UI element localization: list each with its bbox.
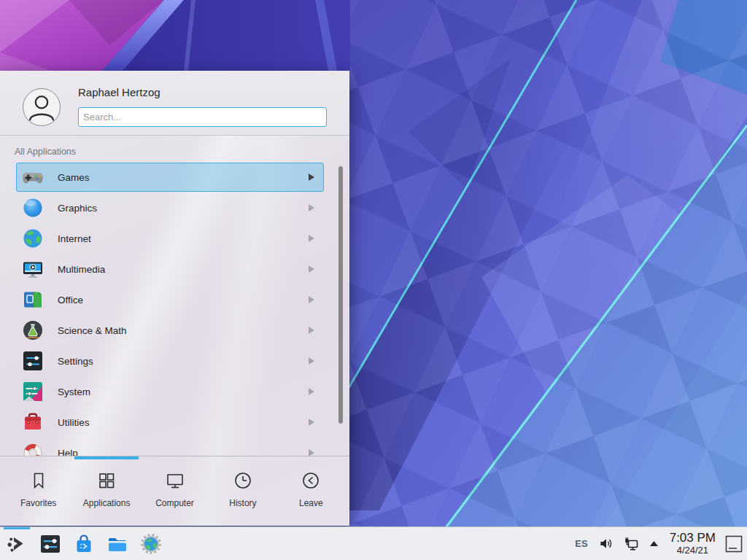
file-manager-launcher[interactable] — [101, 527, 134, 560]
tab-label: History — [229, 498, 256, 508]
category-item-internet[interactable]: Internet — [16, 224, 324, 253]
tab-history[interactable]: History — [209, 456, 276, 526]
keyboard-layout-indicator[interactable]: ES — [570, 538, 592, 549]
clock-icon — [233, 470, 253, 491]
system-tray: ES — [570, 529, 747, 559]
app-launcher-button[interactable] — [0, 527, 34, 560]
volume-icon — [598, 536, 614, 551]
taskbar-panel: ES — [0, 526, 747, 560]
category-item-multimedia[interactable]: Multimedia — [16, 254, 324, 284]
category-list: Games Graphics — [16, 163, 324, 456]
category-label: Office — [58, 295, 309, 306]
file-manager-icon — [106, 532, 129, 556]
discover-icon — [72, 532, 96, 556]
category-item-office[interactable]: Office — [16, 285, 324, 314]
monitor-icon — [165, 470, 185, 491]
network-tray-item[interactable] — [619, 536, 645, 552]
clock-time: 7:03 PM — [670, 532, 716, 545]
submenu-arrow-icon — [309, 388, 314, 395]
application-launcher-menu: Raphael Hertzog All Applications Games — [0, 71, 349, 526]
network-icon — [624, 536, 640, 552]
digital-clock[interactable]: 7:03 PM 4/24/21 — [670, 532, 716, 555]
toolbox-icon — [21, 411, 44, 434]
category-label: Utilities — [58, 417, 309, 428]
lifering-icon — [21, 441, 44, 456]
globe-icon — [21, 227, 44, 250]
submenu-arrow-icon — [309, 204, 314, 211]
category-label: Multimedia — [58, 264, 309, 275]
grid-icon — [96, 470, 117, 491]
category-label: Settings — [58, 356, 309, 367]
clock-date: 4/24/21 — [670, 545, 716, 556]
tab-label: Applications — [83, 498, 131, 508]
tray-expander[interactable] — [645, 541, 663, 547]
desktop: Raphael Hertzog All Applications Games — [0, 0, 747, 560]
submenu-arrow-icon — [309, 174, 314, 181]
system-icon — [21, 380, 44, 403]
tab-favorites[interactable]: Favorites — [4, 456, 72, 526]
tab-applications[interactable]: Applications — [72, 456, 140, 526]
section-label: All Applications — [15, 147, 76, 157]
submenu-arrow-icon — [309, 265, 314, 273]
category-item-utilities[interactable]: Utilities — [16, 408, 324, 437]
submenu-arrow-icon — [309, 419, 314, 426]
web-browser-launcher[interactable] — [134, 527, 168, 560]
user-name: Raphael Hertzog — [78, 86, 160, 98]
web-browser-icon — [139, 532, 163, 556]
search-input[interactable] — [78, 107, 327, 127]
tab-computer[interactable]: Computer — [141, 456, 209, 526]
tab-label: Favorites — [20, 498, 56, 508]
category-label: System — [58, 386, 309, 397]
category-label: Science & Math — [58, 325, 309, 336]
bookmark-icon — [28, 470, 49, 491]
submenu-arrow-icon — [309, 449, 314, 456]
multimedia-icon — [21, 257, 44, 281]
system-settings-icon — [39, 532, 62, 556]
submenu-arrow-icon — [309, 296, 314, 303]
list-scrollbar[interactable] — [338, 166, 343, 424]
show-desktop-icon — [724, 534, 743, 553]
launcher-tab-bar: Favorites Applications Computer — [0, 456, 349, 526]
leave-icon — [301, 470, 321, 491]
volume-tray-item[interactable] — [593, 536, 619, 551]
office-icon — [21, 288, 44, 311]
category-label: Graphics — [58, 203, 309, 214]
sliders-icon — [21, 349, 44, 373]
gamepad-icon — [21, 166, 44, 189]
discover-launcher[interactable] — [67, 527, 101, 560]
submenu-arrow-icon — [309, 357, 314, 365]
tab-label: Computer — [155, 498, 194, 508]
submenu-arrow-icon — [309, 235, 314, 242]
sphere-icon — [21, 196, 44, 219]
show-desktop-button[interactable] — [722, 529, 746, 559]
launcher-header: Raphael Hertzog — [0, 71, 349, 136]
system-settings-launcher[interactable] — [34, 527, 67, 560]
tab-label: Leave — [299, 498, 323, 508]
category-item-settings[interactable]: Settings — [16, 346, 324, 376]
expand-arrow-icon — [650, 541, 658, 547]
user-icon — [23, 89, 60, 125]
submenu-arrow-icon — [309, 327, 314, 334]
category-item-science-math[interactable]: Science & Math — [16, 316, 324, 345]
category-item-help[interactable]: Help — [16, 438, 324, 456]
flask-icon — [21, 319, 44, 342]
category-item-system[interactable]: System — [16, 377, 324, 406]
category-item-graphics[interactable]: Graphics — [16, 193, 324, 222]
category-item-games[interactable]: Games — [16, 163, 324, 192]
category-label: Games — [58, 172, 309, 183]
tab-leave[interactable]: Leave — [277, 456, 345, 526]
category-label: Internet — [58, 233, 309, 244]
category-label: Help — [58, 448, 309, 456]
user-avatar[interactable] — [23, 88, 61, 126]
kde-launcher-icon — [5, 532, 28, 556]
